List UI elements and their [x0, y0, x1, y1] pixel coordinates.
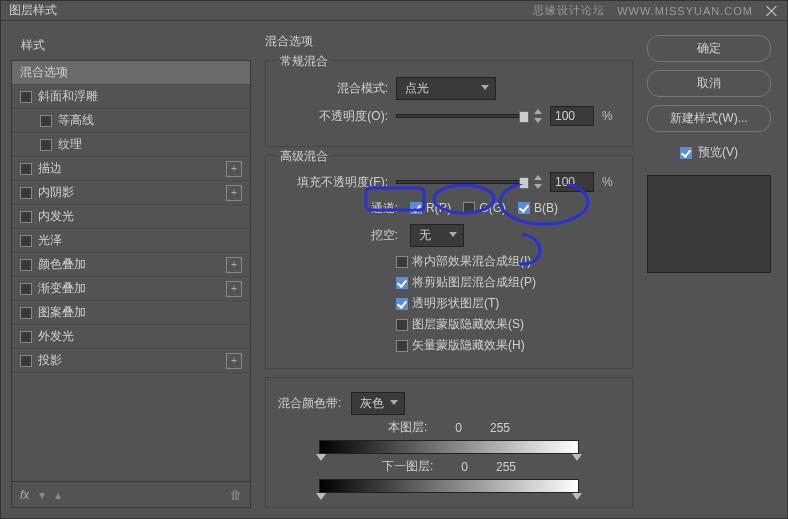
style-checkbox[interactable]	[20, 331, 32, 343]
styles-footer: fx ▾ ▴ 🗑	[11, 482, 251, 508]
style-checkbox[interactable]	[20, 211, 32, 223]
style-label: 图案叠加	[38, 304, 86, 321]
style-checkbox[interactable]	[20, 187, 32, 199]
slider-thumb[interactable]	[519, 111, 529, 123]
styles-header: 样式	[11, 31, 251, 60]
add-effect-icon[interactable]: +	[226, 353, 242, 369]
style-item-3[interactable]: 纹理	[12, 133, 250, 157]
tri-handle[interactable]	[572, 454, 582, 461]
style-label: 颜色叠加	[38, 256, 86, 273]
under-layer-label: 下一图层:	[382, 458, 433, 475]
close-icon[interactable]	[765, 4, 779, 18]
fx-icon[interactable]: fx	[20, 488, 29, 502]
adv-opt-checkbox-3[interactable]	[396, 319, 408, 331]
trash-icon[interactable]: 🗑	[230, 488, 242, 502]
style-checkbox[interactable]	[20, 91, 32, 103]
style-item-2[interactable]: 等高线	[12, 109, 250, 133]
style-label: 内发光	[38, 208, 74, 225]
add-effect-icon[interactable]: +	[226, 185, 242, 201]
add-effect-icon[interactable]: +	[226, 257, 242, 273]
knockout-label: 挖空:	[342, 227, 398, 244]
blend-if-group: 混合颜色带: 灰色 本图层: 0 255 下一图层: 0 255	[265, 377, 633, 508]
ok-button[interactable]: 确定	[647, 35, 771, 62]
add-effect-icon[interactable]: +	[226, 281, 242, 297]
tri-handle[interactable]	[316, 454, 326, 461]
spinner-icon[interactable]	[534, 109, 542, 123]
style-item-10[interactable]: 图案叠加	[12, 301, 250, 325]
under-layer-gradient[interactable]	[319, 479, 579, 493]
preview-swatch	[647, 175, 771, 273]
style-item-4[interactable]: 描边+	[12, 157, 250, 181]
watermark-url: WWW.MISSYUAN.COM	[617, 5, 753, 17]
style-item-7[interactable]: 光泽	[12, 229, 250, 253]
adv-opt-label: 透明形状图层(T)	[412, 295, 499, 312]
style-item-11[interactable]: 外发光	[12, 325, 250, 349]
style-item-9[interactable]: 渐变叠加+	[12, 277, 250, 301]
style-item-1[interactable]: 斜面和浮雕	[12, 85, 250, 109]
style-label: 光泽	[38, 232, 62, 249]
adv-opt-checkbox-0[interactable]	[396, 256, 408, 268]
channel-r-checkbox[interactable]	[410, 202, 422, 214]
channels-label: 通道:	[342, 200, 398, 217]
style-label: 描边	[38, 160, 62, 177]
style-item-6[interactable]: 内发光	[12, 205, 250, 229]
style-label: 渐变叠加	[38, 280, 86, 297]
style-label: 外发光	[38, 328, 74, 345]
advanced-legend: 高级混合	[276, 148, 332, 165]
pct-label: %	[602, 175, 613, 189]
style-checkbox[interactable]	[40, 115, 52, 127]
this-lo: 0	[455, 421, 462, 435]
blendif-select[interactable]: 灰色	[351, 392, 405, 415]
opacity-label: 不透明度(O):	[278, 108, 388, 125]
style-item-12[interactable]: 投影+	[12, 349, 250, 373]
arrow-up-icon[interactable]: ▴	[55, 488, 61, 502]
style-checkbox[interactable]	[20, 235, 32, 247]
cancel-button[interactable]: 取消	[647, 70, 771, 97]
this-layer-gradient[interactable]	[319, 440, 579, 454]
adv-opt-label: 图层蒙版隐藏效果(S)	[412, 316, 524, 333]
channel-g-checkbox[interactable]	[463, 202, 475, 214]
window-title: 图层样式	[9, 2, 57, 19]
style-checkbox[interactable]	[20, 163, 32, 175]
pct-label: %	[602, 109, 613, 123]
style-item-0[interactable]: 混合选项	[12, 61, 250, 85]
style-label: 等高线	[58, 112, 94, 129]
fill-opacity-slider[interactable]	[396, 180, 526, 184]
adv-opt-label: 矢量蒙版隐藏效果(H)	[412, 337, 525, 354]
this-layer-label: 本图层:	[388, 419, 427, 436]
style-checkbox[interactable]	[20, 355, 32, 367]
style-checkbox[interactable]	[20, 259, 32, 271]
style-label: 投影	[38, 352, 62, 369]
fill-opacity-label: 填充不透明度(F):	[278, 174, 388, 191]
opacity-slider[interactable]	[396, 114, 526, 118]
slider-thumb[interactable]	[519, 177, 529, 189]
preview-checkbox[interactable]	[680, 147, 692, 159]
under-hi: 255	[496, 460, 516, 474]
adv-opt-checkbox-4[interactable]	[396, 340, 408, 352]
style-label: 纹理	[58, 136, 82, 153]
style-item-8[interactable]: 颜色叠加+	[12, 253, 250, 277]
blend-mode-select[interactable]: 点光	[396, 77, 496, 100]
tri-handle[interactable]	[572, 493, 582, 500]
watermark-label: 思缘设计论坛	[533, 3, 605, 18]
adv-opt-checkbox-2[interactable]	[396, 298, 408, 310]
advanced-blend-group: 高级混合 填充不透明度(F): 100 % 通道: R(R) G(G) B(B)…	[265, 155, 633, 369]
knockout-select[interactable]: 无	[410, 224, 464, 247]
this-hi: 255	[490, 421, 510, 435]
opacity-input[interactable]: 100	[550, 106, 594, 126]
general-legend: 常规混合	[276, 53, 332, 70]
add-effect-icon[interactable]: +	[226, 161, 242, 177]
spinner-icon[interactable]	[534, 175, 542, 189]
style-checkbox[interactable]	[40, 139, 52, 151]
fill-opacity-input[interactable]: 100	[550, 172, 594, 192]
tri-handle[interactable]	[316, 493, 326, 500]
style-item-5[interactable]: 内阴影+	[12, 181, 250, 205]
style-label: 混合选项	[20, 64, 68, 81]
channel-b-checkbox[interactable]	[518, 202, 530, 214]
adv-opt-checkbox-1[interactable]	[396, 277, 408, 289]
blendif-label: 混合颜色带:	[278, 395, 341, 412]
style-checkbox[interactable]	[20, 283, 32, 295]
style-checkbox[interactable]	[20, 307, 32, 319]
arrow-down-icon[interactable]: ▾	[39, 488, 45, 502]
new-style-button[interactable]: 新建样式(W)...	[647, 105, 771, 132]
